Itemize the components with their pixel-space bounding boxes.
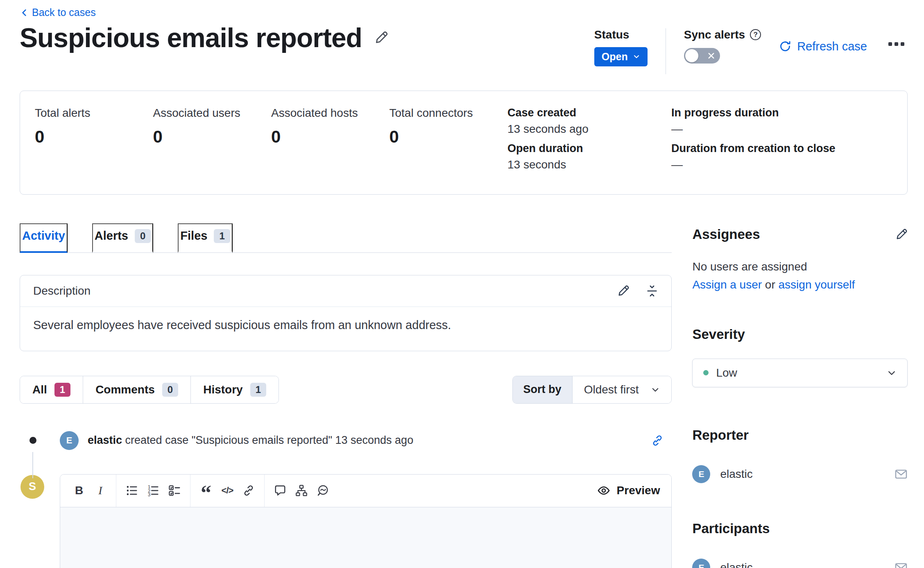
activity-filter-group: All 1 Comments 0 History 1	[20, 376, 279, 404]
editor-link-button[interactable]	[238, 480, 259, 501]
filter-comments-button[interactable]: Comments 0	[83, 376, 190, 403]
tab-files[interactable]: Files 1	[178, 223, 232, 253]
chevron-down-icon	[651, 385, 660, 394]
case-metrics-panel: Total alerts 0 Associated users 0 Associ…	[20, 91, 908, 195]
collapse-description-button[interactable]	[646, 285, 658, 297]
insert-lens-button[interactable]	[312, 480, 333, 501]
status-dropdown-button[interactable]: Open	[594, 47, 648, 66]
edit-assignees-button[interactable]	[895, 228, 908, 241]
code-button[interactable]	[217, 480, 238, 501]
filter-all-button[interactable]: All 1	[20, 376, 83, 403]
ordered-list-icon: 123	[147, 484, 159, 497]
chevron-left-icon	[20, 8, 29, 17]
edit-description-button[interactable]	[617, 285, 630, 297]
tab-alerts[interactable]: Alerts 0	[92, 223, 154, 253]
metric-associated-users: Associated users 0	[153, 107, 272, 178]
unordered-list-button[interactable]	[121, 480, 143, 501]
edit-title-button[interactable]	[374, 31, 388, 45]
svg-text:3: 3	[148, 492, 150, 497]
lens-icon	[317, 484, 329, 497]
bold-icon	[75, 484, 83, 497]
ordered-list-button[interactable]: 123	[143, 480, 164, 501]
assign-a-user-link[interactable]: Assign a user	[692, 278, 762, 291]
filter-history-button[interactable]: History 1	[190, 376, 279, 403]
header-divider	[666, 28, 666, 74]
assignees-empty-text: No users are assigned	[692, 260, 908, 273]
description-title: Description	[33, 284, 91, 298]
markdown-editor: 123	[60, 474, 672, 568]
link-icon	[651, 434, 664, 447]
copy-event-link-button[interactable]	[651, 434, 664, 447]
editor-toolbar: 123	[60, 475, 671, 507]
more-actions-button[interactable]	[885, 39, 908, 49]
quote-button[interactable]	[195, 480, 217, 501]
case-sidebar: Assignees No users are assigned Assign a…	[692, 223, 908, 568]
timeline-dot-icon	[29, 437, 36, 444]
toolbar-divider	[116, 475, 116, 507]
case-detail-page: Back to cases Suspicious emails reported…	[0, 0, 924, 568]
preview-button[interactable]: Preview	[597, 484, 660, 497]
sort-control: Sort by Oldest first	[512, 376, 672, 404]
sitemap-icon	[295, 484, 308, 497]
insert-timeline-button[interactable]	[291, 480, 312, 501]
avatar: E	[692, 465, 710, 483]
description-panel: Description	[20, 275, 672, 351]
case-duration-col-2: In progress duration — Duration from cre…	[671, 107, 892, 178]
bold-button[interactable]	[68, 480, 90, 501]
files-count-badge: 1	[214, 229, 230, 243]
comments-count-badge: 0	[162, 383, 178, 397]
envelope-icon	[895, 561, 908, 568]
help-icon[interactable]	[750, 29, 761, 40]
chevron-down-icon	[633, 53, 640, 60]
status-label: Status	[594, 28, 648, 41]
assign-yourself-link[interactable]: assign yourself	[779, 278, 855, 291]
toggle-off-x-icon	[708, 52, 714, 59]
assignees-title: Assignees	[692, 227, 760, 242]
activity-event-row: E elastic created case "Suspicious email…	[20, 427, 672, 454]
severity-low-dot-icon	[703, 370, 709, 375]
page-title: Suspicious emails reported	[20, 24, 362, 51]
sync-alerts-toggle[interactable]	[684, 48, 720, 64]
comment-textarea[interactable]	[60, 507, 671, 568]
eye-icon	[597, 484, 610, 497]
metric-total-connectors: Total connectors 0	[390, 107, 508, 178]
case-tabs: Activity Alerts 0 Files 1	[20, 223, 672, 253]
task-list-button[interactable]	[164, 480, 185, 501]
sort-order-select[interactable]: Oldest first	[573, 376, 672, 403]
toolbar-divider	[264, 475, 265, 507]
severity-select[interactable]: Low	[692, 359, 908, 387]
timeline-connector	[32, 452, 33, 478]
back-to-cases-link[interactable]: Back to cases	[20, 7, 96, 18]
email-participant-button[interactable]	[895, 561, 908, 568]
activity-username: elastic	[88, 434, 122, 446]
refresh-case-button[interactable]: Refresh case	[779, 40, 867, 53]
severity-title: Severity	[692, 327, 908, 342]
avatar: E	[60, 431, 79, 450]
pencil-icon	[374, 31, 388, 45]
refresh-label: Refresh case	[797, 40, 867, 53]
history-count-badge: 1	[250, 383, 266, 397]
activity-event-text: elastic created case "Suspicious emails …	[88, 434, 413, 447]
comment-bubble-icon	[274, 484, 286, 497]
task-list-icon	[168, 484, 181, 497]
email-reporter-button[interactable]	[895, 468, 908, 481]
back-link-label: Back to cases	[32, 7, 96, 18]
fold-icon	[646, 285, 658, 297]
case-header: Suspicious emails reported Status Open	[20, 24, 908, 74]
unordered-list-icon	[126, 484, 138, 497]
italic-button[interactable]	[90, 480, 111, 501]
boxes-horizontal-icon	[888, 42, 892, 46]
sync-alerts-label: Sync alerts	[684, 28, 745, 41]
participants-title: Participants	[692, 521, 908, 536]
severity-value: Low	[716, 366, 737, 379]
tab-activity[interactable]: Activity	[20, 223, 68, 253]
status-value: Open	[602, 51, 628, 63]
status-block: Status Open	[594, 28, 648, 66]
avatar: S	[20, 475, 44, 499]
comment-button[interactable]	[270, 480, 291, 501]
toggle-thumb	[685, 49, 698, 62]
envelope-icon	[895, 468, 908, 481]
avatar: E	[692, 559, 710, 568]
toolbar-divider	[190, 475, 190, 507]
reporter-user-row: E elastic	[692, 465, 908, 483]
